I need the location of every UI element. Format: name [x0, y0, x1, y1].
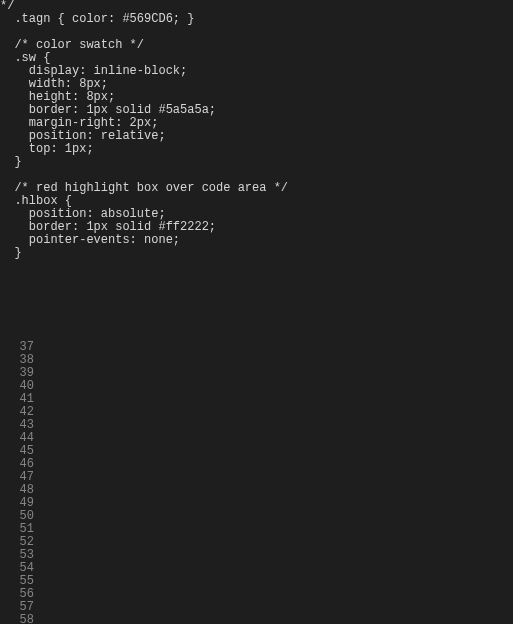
line-number-gutter: 3738394041424344454647484950515253545556… — [0, 341, 44, 624]
highlight-box — [44, 367, 492, 624]
code-editor[interactable]: 3738394041424344454647484950515253545556… — [0, 338, 513, 624]
code-area[interactable]: /*hide ads cho thiết bị dưới 992px*/ @me… — [44, 341, 513, 624]
line-number: 58 — [0, 614, 34, 624]
